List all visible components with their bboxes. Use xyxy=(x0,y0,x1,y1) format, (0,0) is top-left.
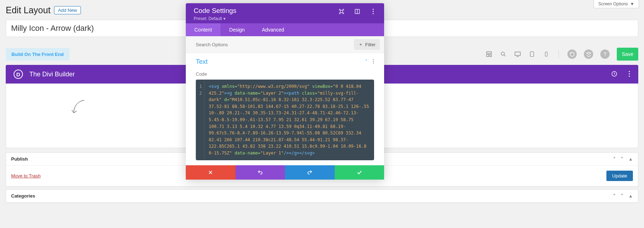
search-input[interactable] xyxy=(196,42,354,47)
chevron-up-icon[interactable]: ˄ xyxy=(613,156,616,162)
svg-rect-5 xyxy=(515,52,520,56)
line-number: 2 xyxy=(198,90,202,97)
code-token: ><path xyxy=(284,91,299,96)
modal-header: Code Settings Preset: Default ▾ xyxy=(186,3,384,23)
categories-box: Categories ˄ ˅ ▲ xyxy=(6,189,638,203)
modal-tabs: Content Design Advanced xyxy=(186,23,384,36)
redo-icon xyxy=(307,170,313,175)
filter-label: Filter xyxy=(365,42,376,47)
wireframe-icon[interactable] xyxy=(485,51,493,58)
help-icon[interactable]: ? xyxy=(600,49,610,59)
code-token: "http://www.w3.org/2000/svg" xyxy=(237,84,309,89)
preset-selector[interactable]: Preset: Default ▾ xyxy=(194,16,236,21)
svg-point-12 xyxy=(629,73,630,74)
svg-point-13 xyxy=(629,75,630,76)
update-button[interactable]: Update xyxy=(606,171,633,181)
cancel-button[interactable] xyxy=(186,165,236,180)
search-row: ＋ Filter xyxy=(186,36,384,53)
caret-down-icon: ▾ xyxy=(223,16,226,21)
page-title: Edit Layout xyxy=(6,5,50,15)
history-icon[interactable] xyxy=(567,49,577,59)
svg-rect-14 xyxy=(340,10,343,13)
code-body[interactable]: <svg xmlns="http://www.w3.org/2000/svg" … xyxy=(204,80,374,160)
check-icon xyxy=(357,170,362,175)
kebab-icon[interactable] xyxy=(370,8,376,15)
expand-icon[interactable] xyxy=(354,8,360,15)
svg-rect-7 xyxy=(530,52,533,56)
code-token: viewBox= xyxy=(310,84,333,89)
svg-point-17 xyxy=(373,9,374,10)
code-token: ><g xyxy=(224,91,232,96)
svg-line-4 xyxy=(504,55,505,56)
svg-point-22 xyxy=(373,63,374,64)
svg-rect-2 xyxy=(490,54,492,57)
chevron-down-icon: ▼ xyxy=(630,1,634,6)
chevron-down-icon[interactable]: ˅ xyxy=(621,156,623,162)
svg-rect-8 xyxy=(545,52,547,56)
kebab-icon[interactable] xyxy=(373,59,374,65)
move-to-trash-link[interactable]: Move to Trash xyxy=(11,173,40,179)
filter-button[interactable]: ＋ Filter xyxy=(354,39,380,50)
clock-icon[interactable] xyxy=(611,71,618,78)
svg-point-18 xyxy=(373,11,374,12)
zoom-icon[interactable] xyxy=(500,51,507,58)
line-number: 1 xyxy=(198,83,202,90)
collapse-icon[interactable]: ˄ xyxy=(365,59,368,65)
tab-design[interactable]: Design xyxy=(221,23,253,36)
toolbar-divider xyxy=(558,50,559,58)
code-token: "M410.51.05c-81.16 8.32-161 32.3-225.52 … xyxy=(209,97,369,156)
svg-point-11 xyxy=(629,71,630,72)
code-token: data-name= xyxy=(232,91,260,96)
add-new-button[interactable]: Add New xyxy=(54,6,81,14)
svg-point-19 xyxy=(373,13,374,14)
svg-point-3 xyxy=(501,52,504,55)
svg-point-21 xyxy=(373,61,374,62)
svg-point-20 xyxy=(373,59,374,60)
save-button[interactable]: Save xyxy=(617,48,638,61)
close-icon xyxy=(208,170,213,175)
code-settings-modal: Code Settings Preset: Default ▾ Content … xyxy=(186,3,384,180)
code-token: d= xyxy=(222,97,229,102)
svg-marker-9 xyxy=(586,52,591,54)
screen-options-toggle[interactable]: Screen Options ▼ xyxy=(594,0,639,8)
toolbar-right: ? Save xyxy=(485,48,638,61)
svg-rect-0 xyxy=(486,52,492,53)
arrow-icon xyxy=(70,98,87,117)
tab-advanced[interactable]: Advanced xyxy=(253,23,293,36)
code-gutter: 1 2 xyxy=(196,80,204,160)
redo-button[interactable] xyxy=(285,165,335,180)
section-title[interactable]: Text xyxy=(196,58,208,66)
svg-rect-1 xyxy=(486,54,489,57)
phone-icon[interactable] xyxy=(543,51,550,58)
screen-options-label: Screen Options xyxy=(598,1,628,6)
build-frontend-button[interactable]: Build On The Front End xyxy=(6,48,69,61)
tablet-icon[interactable] xyxy=(528,51,536,58)
code-token: data-name= xyxy=(232,151,260,156)
undo-icon xyxy=(257,170,263,175)
chevron-up-icon[interactable]: ˄ xyxy=(613,193,616,199)
snap-icon[interactable] xyxy=(338,8,345,15)
code-token: "Layer 2" xyxy=(261,91,284,96)
code-token: /></g></svg> xyxy=(284,151,315,156)
undo-button[interactable] xyxy=(236,165,285,180)
modal-actions xyxy=(186,165,384,180)
section-header: Text ˄ xyxy=(186,53,384,67)
categories-title: Categories xyxy=(11,193,35,199)
publish-title: Publish xyxy=(11,156,28,162)
chevron-down-icon[interactable]: ˅ xyxy=(621,193,623,199)
code-token: "Layer 1" xyxy=(261,151,284,156)
code-editor[interactable]: 1 2 <svg xmlns="http://www.w3.org/2000/s… xyxy=(196,80,374,160)
caret-up-icon[interactable]: ▲ xyxy=(628,156,633,162)
tab-content[interactable]: Content xyxy=(186,23,221,36)
modal-title: Code Settings xyxy=(194,7,236,15)
preset-label: Preset: Default xyxy=(194,16,222,21)
code-token: class= xyxy=(299,91,318,96)
desktop-icon[interactable] xyxy=(514,51,521,58)
caret-up-icon[interactable]: ▲ xyxy=(628,193,633,199)
confirm-button[interactable] xyxy=(335,165,384,180)
code-token: xmlns= xyxy=(219,84,237,89)
divi-logo-icon: D xyxy=(14,70,23,79)
kebab-icon[interactable] xyxy=(628,71,630,78)
layers-icon[interactable] xyxy=(584,49,593,59)
builder-title: The Divi Builder xyxy=(29,71,75,78)
